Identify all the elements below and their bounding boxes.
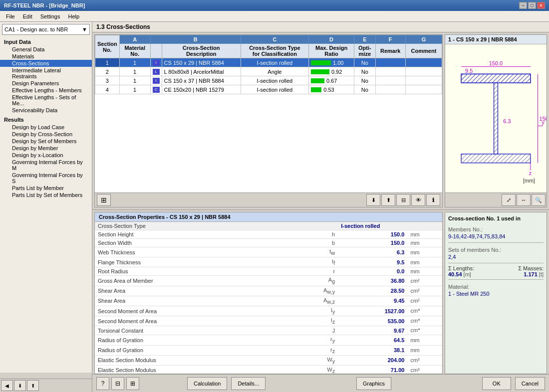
cell-cs-type: I-section rolled bbox=[241, 85, 308, 94]
export-csv-button[interactable]: ⬇ bbox=[366, 194, 380, 206]
table-row[interactable]: 41CCE 150x20 | NBR 15279I-section rolled… bbox=[95, 85, 442, 94]
prop-value-wy: 204.00 bbox=[338, 355, 407, 365]
col-header-cs-icon bbox=[150, 44, 162, 58]
calculation-button[interactable]: Calculation bbox=[187, 377, 227, 390]
bottom-icon-btn-2[interactable]: ⊟ bbox=[111, 377, 124, 390]
prop-row-shear-y: Shear Area Aw,y 28.50 cm² bbox=[95, 286, 442, 296]
divider-2 bbox=[448, 263, 544, 263]
table-toolbar: ⊞ ⬇ ⬆ ⊟ 👁 bbox=[95, 193, 442, 207]
prop-unit-height: mm bbox=[407, 230, 442, 239]
prop-name-gross-area: Gross Area of Member bbox=[95, 276, 286, 286]
menu-file[interactable]: File bbox=[2, 12, 19, 20]
svg-text:9.5: 9.5 bbox=[465, 68, 473, 74]
info-button[interactable]: ℹ bbox=[426, 194, 440, 206]
ok-button[interactable]: OK bbox=[482, 377, 511, 390]
design-case-dropdown[interactable]: CA1 - Design acc. to NBR ▼ bbox=[2, 24, 90, 35]
members-label: Members No.: bbox=[448, 226, 544, 232]
prop-row-root: Root Radius r 0.0 mm bbox=[95, 267, 442, 276]
material-label: Material: bbox=[448, 284, 544, 290]
cancel-button[interactable]: Cancel bbox=[515, 377, 545, 390]
window-controls: – □ ✕ bbox=[519, 2, 545, 9]
bottom-icon-btn-1[interactable]: ? bbox=[96, 377, 109, 390]
import-csv-button[interactable]: ⬆ bbox=[381, 194, 395, 206]
sidebar-item-parts-member[interactable]: Parts List by Member bbox=[0, 185, 92, 192]
cell-comment bbox=[405, 85, 442, 94]
col-header-material-no: MaterialNo. bbox=[119, 44, 150, 58]
sidebar-item-design-load-case[interactable]: Design by Load Case bbox=[0, 124, 92, 131]
sidebar-btn-export[interactable]: ⬇ bbox=[14, 380, 26, 391]
sidebar-item-design-x-loc[interactable]: Design by x-Location bbox=[0, 152, 92, 159]
prop-symbol-root: r bbox=[286, 267, 338, 276]
menu-settings[interactable]: Settings bbox=[36, 12, 64, 20]
cs-zoom-in-button[interactable]: ↔ bbox=[517, 194, 531, 206]
table-row[interactable]: 11ICS 150 x 29 | NBR 5884I-section rolle… bbox=[95, 58, 442, 67]
maximize-button[interactable]: □ bbox=[528, 2, 536, 9]
sidebar-item-general-data[interactable]: General Data bbox=[0, 46, 92, 53]
prop-symbol-flange: tf bbox=[286, 257, 338, 267]
sidebar-item-eff-lengths-members[interactable]: Effective Lengths - Members bbox=[0, 87, 92, 94]
sidebar-item-parts-set[interactable]: Parts List by Set of Members bbox=[0, 192, 92, 198]
cs-type-value: I-section rolled bbox=[338, 222, 442, 230]
sidebar-item-eff-lengths-sets[interactable]: Effective Lengths - Sets of Me... bbox=[0, 94, 92, 107]
sidebar-item-design-cs[interactable]: Design by Cross-Section bbox=[0, 131, 92, 138]
view-toggle-button[interactable]: 👁 bbox=[411, 194, 425, 206]
graphics-button[interactable]: Graphics bbox=[356, 377, 391, 390]
col-header-section-no: SectionNo. bbox=[95, 35, 120, 58]
cell-section-no: 4 bbox=[95, 85, 120, 94]
divider-1 bbox=[448, 242, 544, 243]
table-row[interactable]: 21LL 80x80x8 | ArcelorMittalAngle0.92No bbox=[95, 67, 442, 76]
sidebar-item-design-set-members[interactable]: Design by Set of Members bbox=[0, 138, 92, 145]
menu-help[interactable]: Help bbox=[64, 12, 83, 20]
filter-button[interactable]: ⊟ bbox=[396, 194, 410, 206]
prop-unit-ry: mm bbox=[407, 335, 442, 345]
cell-material-no: 1 bbox=[119, 67, 150, 76]
cell-remark bbox=[375, 85, 405, 94]
import-icon: ⊞ bbox=[101, 196, 107, 204]
details-button[interactable]: Details... bbox=[231, 377, 266, 390]
properties-scroll[interactable]: Cross-Section Type I-section rolled Sect… bbox=[95, 222, 442, 374]
zoom-in-icon: ↔ bbox=[521, 197, 527, 203]
sidebar-item-serviceability[interactable]: Serviceability Data bbox=[0, 107, 92, 114]
table-row[interactable]: 31ICS 150 x 37 | NBR 5884I-section rolle… bbox=[95, 76, 442, 85]
cell-optimize: No bbox=[354, 85, 375, 94]
prop-unit-shear-y: cm² bbox=[407, 286, 442, 296]
sidebar-scrollbar[interactable] bbox=[0, 373, 92, 379]
col-header-comment: Comment bbox=[405, 44, 442, 58]
prop-name-flange: Flange Thickness bbox=[95, 257, 286, 267]
import-button[interactable]: ⊞ bbox=[97, 194, 111, 206]
sidebar-item-design-params[interactable]: Design Parameters bbox=[0, 80, 92, 87]
col-label-g: G bbox=[405, 35, 442, 44]
prop-value-width: 150.0 bbox=[338, 239, 407, 247]
cell-cs-icon: L bbox=[150, 67, 162, 76]
prop-unit-web: mm bbox=[407, 247, 442, 257]
col-label-d: D bbox=[309, 35, 354, 44]
cell-section-no: 1 bbox=[95, 58, 120, 67]
cell-cs-description: CS 150 x 37 | NBR 5884 bbox=[162, 76, 241, 85]
sidebar-item-cross-sections[interactable]: Cross-Sections bbox=[0, 60, 92, 67]
sidebar-item-lateral-restraints[interactable]: Intermediate Lateral Restraints bbox=[0, 67, 92, 80]
cs-zoom-fit-button[interactable]: ⤢ bbox=[502, 194, 516, 206]
svg-text:6.3: 6.3 bbox=[503, 118, 511, 124]
sum-lengths-row: Σ Lengths: Σ Masses: bbox=[448, 265, 544, 271]
menu-edit[interactable]: Edit bbox=[19, 12, 36, 20]
sidebar-item-design-member[interactable]: Design by Member bbox=[0, 145, 92, 152]
prop-row-rz: Radius of Gyration rz 38.1 mm bbox=[95, 345, 442, 355]
close-button[interactable]: ✕ bbox=[537, 2, 545, 9]
cs-zoom-search-button[interactable]: 🔍 bbox=[532, 194, 546, 206]
main-container: CA1 - Design acc. to NBR ▼ Input Data Ge… bbox=[0, 22, 549, 392]
prop-name-rz: Radius of Gyration bbox=[95, 345, 286, 355]
sidebar-item-materials[interactable]: Materials bbox=[0, 53, 92, 60]
prop-symbol-web: tw bbox=[286, 247, 338, 257]
sidebar-btn-back[interactable]: ◀ bbox=[1, 380, 13, 391]
cell-remark bbox=[375, 58, 405, 67]
sidebar-item-governing-m[interactable]: Governing Internal Forces by M bbox=[0, 159, 92, 172]
cell-section-no: 3 bbox=[95, 76, 120, 85]
bottom-icon-btn-3[interactable]: ⊞ bbox=[126, 377, 139, 390]
cross-sections-table-area: SectionNo. A B C D E F G MaterialNo. bbox=[94, 34, 443, 207]
minimize-button[interactable]: – bbox=[519, 2, 527, 9]
prop-unit-flange: mm bbox=[407, 257, 442, 267]
sidebar-btn-import[interactable]: ⬆ bbox=[27, 380, 39, 391]
col-header-remark: Remark bbox=[375, 44, 405, 58]
sidebar-item-governing-s[interactable]: Governing Internal Forces by S bbox=[0, 172, 92, 185]
prop-symbol-rz: rz bbox=[286, 345, 338, 355]
